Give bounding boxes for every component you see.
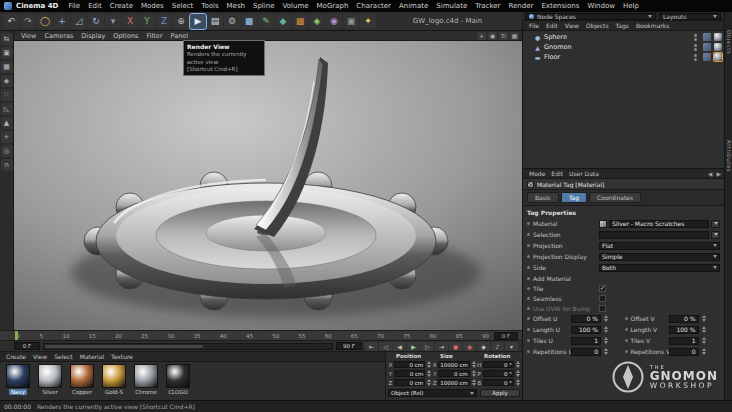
selection-picker-button[interactable] [711, 231, 720, 239]
spinner-icon[interactable] [472, 361, 476, 368]
spinner-icon[interactable] [472, 379, 476, 386]
position-field[interactable]: 0 cm [394, 379, 425, 386]
material-menu-item[interactable]: View [30, 353, 50, 360]
uv-value-u-field[interactable]: 100 % [571, 326, 601, 334]
material-thumbnail[interactable] [166, 364, 190, 388]
mograph-icon[interactable]: ◆ [275, 14, 291, 29]
visibility-dots-icon[interactable] [694, 54, 697, 61]
material-menu-item[interactable]: Texture [108, 353, 136, 360]
enable-axis-icon[interactable]: + [1, 131, 13, 143]
make-editable-icon[interactable]: ⇆ [1, 33, 13, 45]
anim-dot-icon[interactable] [625, 350, 628, 353]
material-tag-icon[interactable] [714, 33, 722, 41]
redo-icon[interactable]: ↷ [20, 14, 36, 29]
material-tag-icon[interactable] [714, 43, 722, 51]
object-name[interactable]: Gnomon [544, 43, 692, 51]
attribute-menu-item[interactable]: Mode [526, 170, 548, 177]
anim-dot-icon[interactable] [527, 287, 530, 290]
history-back-icon[interactable]: ◀ [708, 170, 713, 177]
tab-basic[interactable]: Basic [527, 192, 559, 203]
viewport-menu-item[interactable]: Display [77, 32, 109, 40]
anim-dot-icon[interactable] [527, 339, 530, 342]
add-material-button[interactable]: Add Material [533, 275, 571, 282]
sound-button[interactable]: ♪ [491, 342, 504, 351]
material-thumbnail[interactable] [134, 364, 158, 388]
menu-item[interactable]: File [64, 2, 84, 10]
side-tab[interactable]: Attributes [726, 140, 732, 172]
points-mode-icon[interactable]: ∷ [1, 89, 13, 101]
rotation-field[interactable]: 0 ° [483, 361, 514, 368]
x-axis-lock-icon[interactable]: X [122, 14, 138, 29]
visibility-dots-icon[interactable] [694, 44, 697, 51]
tile-checkbox[interactable]: ✓ [599, 285, 606, 292]
material-item[interactable]: Gold-S [100, 364, 128, 395]
anim-dot-icon[interactable] [527, 222, 530, 225]
previous-frame-button[interactable]: ◀ [393, 342, 406, 351]
menu-item[interactable]: Window [583, 2, 619, 10]
autokey-button[interactable]: ◉ [463, 342, 476, 351]
layouts-dropdown[interactable]: Layouts [659, 13, 721, 20]
anim-dot-icon[interactable] [527, 297, 530, 300]
edges-mode-icon[interactable]: ◺ [1, 103, 13, 115]
render-view-icon[interactable]: ▶ [190, 14, 206, 29]
play-button[interactable]: ▶ [407, 342, 420, 351]
tab-coordinates[interactable]: Coordinates [589, 192, 641, 203]
simulate-icon[interactable]: ◉ [326, 14, 342, 29]
size-field[interactable]: 10000 cm [438, 361, 470, 368]
side-dropdown[interactable]: Both [599, 264, 720, 272]
timeline-playhead[interactable] [15, 331, 18, 340]
uv-value-u-field[interactable]: 0 [571, 348, 601, 356]
model-mode-icon[interactable]: ▣ [1, 47, 13, 59]
viewport-canvas[interactable] [14, 41, 522, 330]
viewport-menu-item[interactable]: Panel [167, 32, 193, 40]
add-cube-icon[interactable]: ■ [241, 14, 257, 29]
anim-dot-icon[interactable] [527, 317, 530, 320]
position-field[interactable]: 0 cm [394, 361, 425, 368]
z-axis-lock-icon[interactable]: Z [156, 14, 172, 29]
object-row[interactable]: ▲ Gnomon [523, 42, 724, 52]
anim-dot-icon[interactable] [625, 339, 628, 342]
snap-icon[interactable]: ∩ [1, 159, 13, 171]
spinner-icon[interactable] [427, 361, 431, 368]
attribute-menu-item[interactable]: User Data [566, 170, 602, 177]
material-link-field[interactable]: Silver - Macro Scratches [609, 220, 709, 228]
zoom-view-icon[interactable]: ◉ [488, 32, 497, 40]
material-thumbnail[interactable] [102, 364, 126, 388]
attribute-menu-item[interactable]: Edit [548, 170, 566, 177]
play-mode-button[interactable]: ▾ [505, 342, 518, 351]
fields-icon[interactable]: ◈ [309, 14, 325, 29]
material-thumbnail[interactable] [70, 364, 94, 388]
spinner-icon[interactable] [427, 379, 431, 386]
live-selection-icon[interactable]: ◯ [37, 14, 53, 29]
render-settings-icon[interactable]: ⚙ [224, 14, 240, 29]
uv-value-u-field[interactable]: 1 [571, 337, 601, 345]
viewport-menu-item[interactable]: Cameras [40, 32, 77, 40]
spinner-icon[interactable] [516, 361, 520, 368]
menu-item[interactable]: Help [619, 2, 643, 10]
selection-field[interactable] [599, 231, 709, 239]
object-manager-menu-item[interactable]: Edit [543, 22, 561, 29]
material-tag-icon[interactable] [714, 53, 722, 61]
next-frame-button[interactable]: ▷ [421, 342, 434, 351]
spinner-icon[interactable] [604, 337, 608, 344]
material-item[interactable]: CLOGO [164, 364, 192, 395]
node-spaces-dropdown[interactable]: Node Spaces [525, 13, 656, 20]
uv-value-v-field[interactable]: 1 [669, 337, 699, 345]
menu-item[interactable]: Render [504, 2, 537, 10]
anim-dot-icon[interactable] [527, 277, 530, 280]
undo-icon[interactable]: ↶ [3, 14, 19, 29]
material-menu-item[interactable]: Select [51, 353, 76, 360]
current-frame-display[interactable]: 0 F [494, 332, 518, 340]
polygons-mode-icon[interactable]: ▲ [1, 117, 13, 129]
coordinate-mode-dropdown[interactable]: Object (Rel) [388, 389, 477, 397]
menu-item[interactable]: Character [352, 2, 395, 10]
anim-dot-icon[interactable] [527, 328, 530, 331]
menu-item[interactable]: Edit [84, 2, 106, 10]
object-name[interactable]: Sphere [544, 33, 692, 41]
anim-dot-icon[interactable] [527, 266, 530, 269]
object-manager-menu-item[interactable]: Tags [613, 22, 632, 29]
phong-tag-icon[interactable] [703, 33, 711, 41]
history-forward-icon[interactable]: ▶ [716, 170, 721, 177]
spinner-icon[interactable] [702, 337, 706, 344]
object-manager-menu-item[interactable]: File [526, 22, 542, 29]
